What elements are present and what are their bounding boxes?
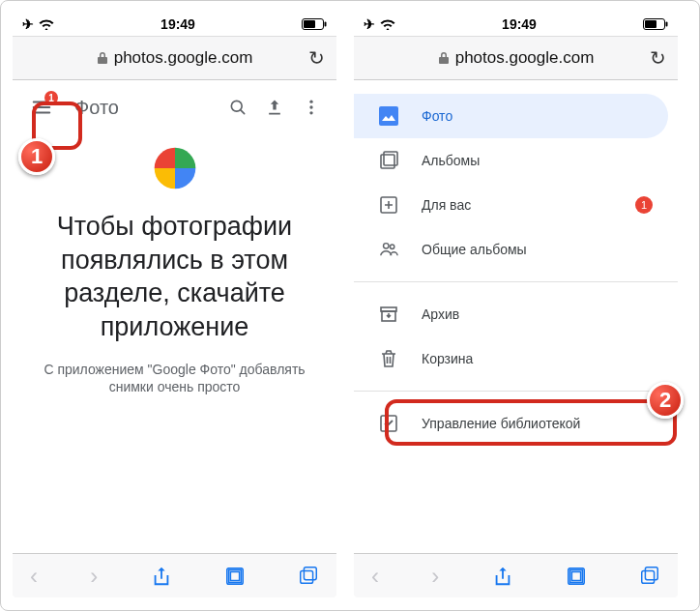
app-bar-title: Фото [74, 97, 119, 119]
photos-icon [379, 106, 398, 126]
svg-point-7 [309, 111, 312, 114]
manage-icon [379, 414, 398, 433]
app-bar: 1 Фото [13, 80, 336, 134]
phone-left: ✈ 19:49 photos.google.com ↻ 1 [13, 13, 336, 597]
drawer-item-for-you[interactable]: Для вас 1 [354, 183, 668, 227]
wifi-icon [380, 18, 395, 30]
drawer-divider [354, 281, 678, 282]
for-you-icon [379, 195, 398, 215]
forward-icon[interactable]: › [431, 563, 439, 590]
drawer-divider [354, 391, 678, 392]
drawer-item-label: Фото [422, 108, 452, 124]
search-icon[interactable] [228, 98, 248, 117]
reload-icon[interactable]: ↻ [308, 46, 325, 70]
lock-icon [438, 51, 450, 65]
google-photos-logo-icon [145, 138, 205, 198]
airplane-icon: ✈ [364, 16, 375, 32]
svg-rect-1 [304, 20, 315, 28]
drawer-item-label: Управление библиотекой [422, 416, 580, 431]
promo-subtext: С приложением "Google Фото" добавлять сн… [13, 361, 336, 395]
archive-icon [379, 305, 398, 324]
drawer-item-archive[interactable]: Архив [354, 292, 668, 336]
forward-icon[interactable]: › [90, 563, 98, 590]
browser-url-bar[interactable]: photos.google.com ↻ [354, 36, 678, 80]
back-icon[interactable]: ‹ [371, 563, 379, 590]
drawer-item-label: Для вас [422, 197, 471, 213]
tabs-icon[interactable] [639, 566, 660, 587]
svg-rect-14 [381, 155, 394, 168]
battery-icon [302, 18, 327, 30]
drawer-item-manage-library[interactable]: Управление библиотекой [354, 401, 668, 446]
battery-icon [643, 18, 668, 30]
back-icon[interactable]: ‹ [30, 563, 38, 590]
svg-rect-13 [379, 106, 398, 126]
step-badge-1: 1 [18, 138, 55, 175]
shared-icon [379, 240, 398, 259]
svg-rect-2 [325, 22, 327, 27]
svg-rect-23 [645, 567, 657, 579]
svg-point-18 [390, 245, 394, 248]
step-badge-2: 2 [647, 382, 684, 419]
svg-rect-11 [645, 20, 656, 28]
url-text: photos.google.com [114, 48, 253, 68]
albums-icon [379, 151, 398, 170]
browser-url-bar[interactable]: photos.google.com ↻ [13, 36, 336, 80]
drawer-item-label: Корзина [422, 351, 473, 366]
svg-rect-9 [304, 567, 316, 579]
hamburger-menu-button[interactable]: 1 [18, 84, 65, 131]
svg-rect-15 [384, 152, 397, 165]
promo-headline: Чтобы фотографии появлялись в этом разде… [13, 210, 336, 343]
navigation-drawer: Фото Альбомы Для вас 1 Общие альбомы Арх… [354, 80, 678, 553]
reload-icon[interactable]: ↻ [650, 46, 666, 70]
lock-icon [97, 51, 108, 65]
drawer-item-trash[interactable]: Корзина [354, 336, 668, 381]
wifi-icon [39, 18, 54, 30]
drawer-item-label: Общие альбомы [422, 242, 527, 257]
page-content-left: 1 Фото Чтобы фотографии появлялись в это… [13, 80, 336, 553]
share-icon[interactable] [151, 566, 172, 587]
status-bar: ✈ 19:49 [13, 13, 336, 36]
share-icon[interactable] [492, 566, 513, 587]
status-bar: ✈ 19:49 [354, 13, 678, 36]
svg-point-5 [309, 101, 312, 103]
more-icon[interactable] [302, 98, 321, 117]
svg-point-17 [384, 244, 389, 248]
bookmarks-icon[interactable] [566, 566, 587, 587]
drawer-item-shared[interactable]: Общие альбомы [354, 227, 668, 272]
safari-toolbar: ‹ › [354, 553, 678, 597]
url-text: photos.google.com [455, 48, 595, 68]
safari-toolbar: ‹ › [13, 553, 336, 597]
svg-rect-22 [642, 570, 655, 583]
svg-line-4 [241, 110, 245, 114]
trash-icon [379, 349, 398, 368]
drawer-item-photos[interactable]: Фото [354, 94, 668, 138]
clock: 19:49 [502, 16, 537, 32]
drawer-item-label: Архив [422, 306, 459, 322]
bookmarks-icon[interactable] [224, 566, 246, 587]
drawer-item-label: Альбомы [422, 153, 480, 168]
menu-badge: 1 [44, 91, 58, 104]
tabs-icon[interactable] [298, 566, 319, 587]
airplane-icon: ✈ [22, 16, 34, 32]
phone-right: ✈ 19:49 photos.google.com ↻ Фото Альбомы [354, 13, 678, 597]
svg-point-6 [309, 105, 312, 108]
clock: 19:49 [160, 16, 195, 32]
for-you-badge: 1 [635, 196, 653, 214]
drawer-item-albums[interactable]: Альбомы [354, 138, 668, 183]
upload-icon[interactable] [265, 98, 284, 117]
svg-rect-12 [666, 22, 668, 27]
svg-rect-8 [301, 570, 313, 583]
